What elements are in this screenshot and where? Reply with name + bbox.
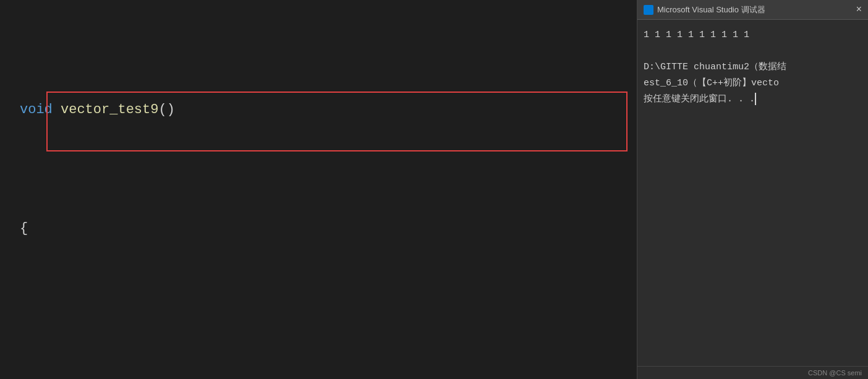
- output-line-4: est_6_10（【C++初阶】vecto: [644, 75, 862, 92]
- cursor: [755, 93, 756, 105]
- code-line-3: [6, 333, 637, 339]
- code-content: void vector_test9() { vector<int> v(10, …: [6, 6, 637, 379]
- code-line-2: {: [6, 214, 637, 244]
- right-panel: Microsoft Visual Studio 调试器 × 1 1 1 1 1 …: [637, 0, 868, 379]
- output-line-5: 按任意键关闭此窗口. . .: [644, 92, 862, 108]
- output-press-any-key: 按任意键关闭此窗口. . .: [644, 94, 755, 104]
- right-panel-content: 1 1 1 1 1 1 1 1 1 1 D:\GITTE chuantimu2（…: [637, 20, 868, 366]
- code-line-1: void vector_test9(): [6, 95, 637, 125]
- right-panel-title-text: Microsoft Visual Studio 调试器: [657, 4, 765, 15]
- output-line-2: [644, 43, 862, 59]
- output-path-text2: est_6_10（【C++初阶】vecto: [644, 78, 779, 88]
- code-panel: void vector_test9() { vector<int> v(10, …: [0, 0, 637, 379]
- func-name: vector_test9: [61, 95, 158, 125]
- brace-open: {: [20, 214, 28, 244]
- keyword-void: void: [20, 95, 53, 125]
- right-panel-title: Microsoft Visual Studio 调试器: [644, 4, 765, 15]
- output-line-3: D:\GITTE chuantimu2（数据结: [644, 59, 862, 75]
- output-line-1: 1 1 1 1 1 1 1 1 1 1: [644, 27, 862, 43]
- right-panel-footer: CSDN @CS semi: [637, 366, 868, 379]
- footer-text: CSDN @CS semi: [808, 369, 862, 377]
- vs-icon: [644, 5, 653, 15]
- space: [53, 95, 61, 125]
- output-path-text: D:\GITTE chuantimu2（数据结: [644, 62, 786, 72]
- right-panel-header: Microsoft Visual Studio 调试器 ×: [637, 0, 868, 20]
- close-button[interactable]: ×: [856, 4, 862, 15]
